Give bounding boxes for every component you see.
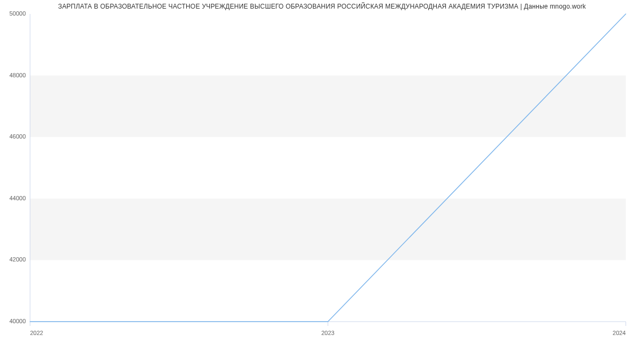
y-tick-label: 48000: [9, 72, 26, 78]
y-tick-label: 40000: [9, 318, 26, 324]
chart-title: ЗАРПЛАТА В ОБРАЗОВАТЕЛЬНОЕ ЧАСТНОЕ УЧРЕЖ…: [0, 3, 644, 10]
grid-band: [30, 199, 626, 260]
x-tick-label: 2022: [30, 330, 43, 336]
y-tick-label: 44000: [9, 195, 26, 201]
y-tick-label: 42000: [9, 256, 26, 263]
y-tick-label: 50000: [9, 10, 26, 17]
chart-container: ЗАРПЛАТА В ОБРАЗОВАТЕЛЬНОЕ ЧАСТНОЕ УЧРЕЖ…: [0, 0, 644, 349]
chart-svg: 40000 42000 44000 46000 48000 50000 2022…: [30, 14, 626, 322]
x-tick-label: 2024: [613, 330, 626, 336]
plot-area: 40000 42000 44000 46000 48000 50000 2022…: [30, 14, 626, 322]
x-tick-label: 2023: [321, 330, 334, 336]
y-tick-label: 46000: [9, 133, 26, 140]
series-line: [30, 14, 626, 322]
